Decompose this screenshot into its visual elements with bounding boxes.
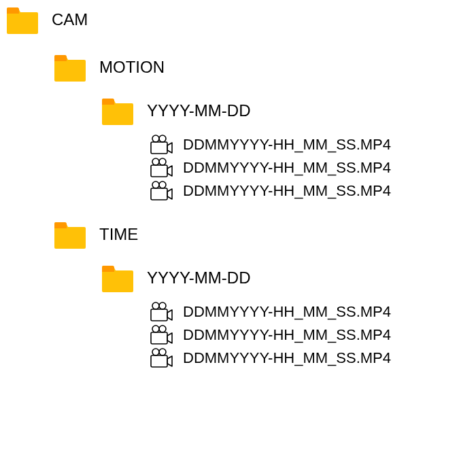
- folder-icon: [53, 220, 87, 249]
- folder-date: YYYY-MM-DD: [101, 264, 476, 292]
- file-item: DDMMYYYY-HH_MM_SS.MP4: [149, 181, 476, 201]
- video-icon: [149, 348, 173, 368]
- file-label: DDMMYYYY-HH_MM_SS.MP4: [183, 349, 391, 367]
- file-item: DDMMYYYY-HH_MM_SS.MP4: [149, 325, 476, 345]
- folder-label: TIME: [99, 225, 138, 244]
- folder-date: YYYY-MM-DD: [101, 97, 476, 125]
- file-item: DDMMYYYY-HH_MM_SS.MP4: [149, 348, 476, 368]
- folder-label: YYYY-MM-DD: [147, 101, 250, 120]
- folder-label: CAM: [52, 10, 88, 29]
- folder-icon: [5, 5, 39, 34]
- video-icon: [149, 181, 173, 201]
- folder-label: YYYY-MM-DD: [147, 268, 250, 287]
- folder-icon: [53, 53, 87, 82]
- video-icon: [149, 325, 173, 345]
- folder-cam: CAM: [5, 5, 476, 34]
- file-label: DDMMYYYY-HH_MM_SS.MP4: [183, 159, 391, 177]
- folder-icon: [101, 97, 135, 125]
- folder-motion: MOTION: [53, 53, 476, 82]
- file-label: DDMMYYYY-HH_MM_SS.MP4: [183, 136, 391, 154]
- video-icon: [149, 302, 173, 322]
- file-item: DDMMYYYY-HH_MM_SS.MP4: [149, 158, 476, 178]
- file-item: DDMMYYYY-HH_MM_SS.MP4: [149, 135, 476, 155]
- folder-icon: [101, 264, 135, 292]
- folder-time: TIME: [53, 220, 476, 249]
- file-label: DDMMYYYY-HH_MM_SS.MP4: [183, 326, 391, 344]
- file-label: DDMMYYYY-HH_MM_SS.MP4: [183, 303, 391, 321]
- file-item: DDMMYYYY-HH_MM_SS.MP4: [149, 302, 476, 322]
- file-label: DDMMYYYY-HH_MM_SS.MP4: [183, 182, 391, 200]
- folder-label: MOTION: [99, 58, 165, 77]
- video-icon: [149, 135, 173, 155]
- video-icon: [149, 158, 173, 178]
